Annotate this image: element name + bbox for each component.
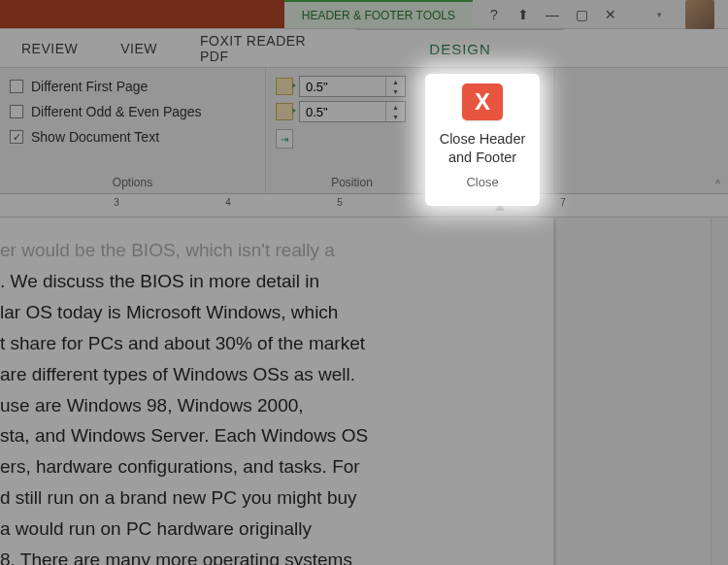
- checkbox-show-document-text[interactable]: ✓: [10, 130, 23, 144]
- close-header-footer-button[interactable]: X Close Header and Footer: [458, 74, 536, 149]
- footer-from-bottom-icon: [276, 103, 293, 120]
- doc-line: . We discuss the BIOS in more detail in: [0, 266, 553, 297]
- doc-line: d still run on a brand new PC you might …: [0, 482, 553, 514]
- ruler-number: 6: [448, 197, 454, 208]
- horizontal-ruler[interactable]: 3 4 5 6 7: [0, 194, 728, 217]
- document-body-text[interactable]: er would be the BIOS, which isn't really…: [0, 235, 553, 565]
- group-label-options: Options: [10, 172, 255, 191]
- minimize-icon[interactable]: —: [545, 7, 560, 22]
- doc-line: 8. There are many more operating systems: [0, 545, 553, 565]
- doc-line: ers, hardware configurations, and tasks.…: [0, 451, 553, 482]
- insert-alignment-tab-icon[interactable]: ⇥: [276, 129, 293, 149]
- account-avatar[interactable]: [685, 0, 714, 29]
- label-different-odd-even: Different Odd & Even Pages: [31, 104, 202, 119]
- ribbon-remainder: ^: [555, 68, 728, 193]
- ribbon-group-position: ▲ ▼ ▲ ▼ ⇥ Position: [266, 68, 439, 193]
- window-controls: ? ⬆ — ▢ ✕ ▾: [473, 0, 728, 28]
- title-bar: HEADER & FOOTER TOOLS ? ⬆ — ▢ ✕ ▾: [0, 0, 728, 29]
- doc-line: t share for PCs and about 30% of the mar…: [0, 328, 553, 359]
- header-from-top-icon: [276, 78, 293, 95]
- titlebar-app-band: [0, 0, 284, 28]
- ruler-number: 5: [337, 197, 343, 208]
- ruler-number: 7: [560, 197, 566, 208]
- tab-view[interactable]: VIEW: [99, 29, 179, 67]
- doc-line: sta, and Windows Server. Each Windows OS: [0, 420, 553, 451]
- ruler-number: 3: [114, 197, 119, 208]
- document-area: er would be the BIOS, which isn't really…: [0, 217, 728, 565]
- close-label-line1: Close Header: [458, 116, 536, 132]
- close-x-icon: X: [478, 76, 516, 111]
- restore-icon[interactable]: ▢: [574, 7, 589, 22]
- contextual-tool-label: HEADER & FOOTER TOOLS: [284, 0, 473, 28]
- tab-foxit-reader-pdf[interactable]: FOXIT READER PDF: [179, 29, 356, 67]
- doc-line: use are Windows 98, Windows 2000,: [0, 390, 553, 421]
- ribbon-group-close: X Close Header and Footer Close: [439, 68, 555, 193]
- doc-line: er would be the BIOS, which isn't really…: [0, 235, 553, 266]
- checkbox-different-first-page[interactable]: [10, 80, 23, 93]
- close-label-line2: and Footer: [458, 132, 536, 148]
- right-margin-marker-icon[interactable]: [495, 204, 505, 212]
- header-from-top-input[interactable]: [300, 77, 385, 96]
- footer-from-bottom-input[interactable]: [300, 102, 385, 121]
- doc-line: are different types of Windows OSs as we…: [0, 359, 553, 390]
- document-page[interactable]: er would be the BIOS, which isn't really…: [0, 217, 553, 565]
- ribbon-tabs: REVIEW VIEW FOXIT READER PDF DESIGN: [0, 29, 728, 68]
- collapse-ribbon-icon[interactable]: ^: [715, 179, 720, 189]
- ribbon: Different First Page Different Odd & Eve…: [0, 68, 728, 194]
- ribbon-display-options-icon[interactable]: ⬆: [515, 7, 531, 22]
- spinner-down-icon[interactable]: ▼: [386, 112, 405, 121]
- document-margin-area: [553, 217, 728, 565]
- doc-line: lar OS today is Microsoft Windows, which: [0, 297, 553, 328]
- close-window-icon[interactable]: ✕: [603, 7, 618, 22]
- checkbox-different-odd-even[interactable]: [10, 105, 23, 118]
- account-dropdown-caret-icon[interactable]: ▾: [657, 10, 668, 19]
- footer-from-bottom-spinner[interactable]: ▲ ▼: [299, 101, 406, 122]
- help-icon[interactable]: ?: [486, 7, 502, 22]
- tab-design[interactable]: DESIGN: [356, 29, 564, 67]
- label-show-document-text: Show Document Text: [31, 129, 159, 145]
- spinner-down-icon[interactable]: ▼: [386, 86, 405, 96]
- spinner-up-icon[interactable]: ▲: [386, 77, 405, 86]
- doc-line: a would run on PC hardware originally: [0, 514, 553, 545]
- label-different-first-page: Different First Page: [31, 79, 148, 94]
- header-from-top-spinner[interactable]: ▲ ▼: [299, 76, 406, 97]
- ribbon-group-options: Different First Page Different Odd & Eve…: [0, 68, 266, 193]
- tab-review[interactable]: REVIEW: [0, 29, 99, 67]
- ruler-number: 4: [225, 197, 231, 208]
- group-label-position: Position: [276, 172, 428, 191]
- vertical-scrollbar[interactable]: [711, 217, 728, 565]
- spinner-up-icon[interactable]: ▲: [386, 102, 405, 112]
- group-label-close: Close: [481, 172, 512, 191]
